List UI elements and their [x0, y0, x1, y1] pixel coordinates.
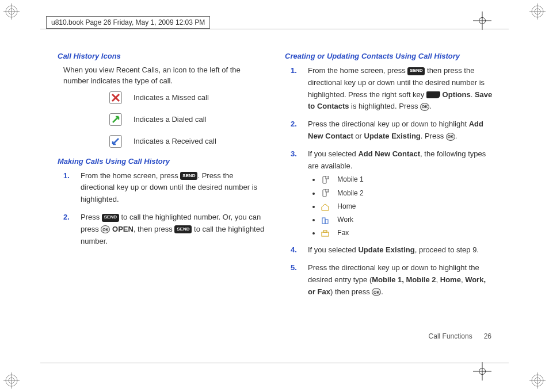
- step-text: . Press: [421, 132, 446, 140]
- mobile-1-icon: 1: [321, 176, 330, 184]
- create-contacts-step-1: From the home screen, press SEND then pr…: [291, 65, 495, 113]
- send-key-icon: SEND: [180, 172, 197, 180]
- crop-mark-top-right: [529, 3, 546, 20]
- send-key-icon: SEND: [102, 214, 119, 222]
- step-text: If you selected: [308, 245, 358, 254]
- update-existing-label: Update Existing: [364, 132, 421, 140]
- footer-page-number: 26: [484, 332, 491, 340]
- add-new-contact-label: Add New Contact: [358, 149, 420, 158]
- register-mark-bottom: [473, 362, 491, 381]
- svg-rect-25: [325, 220, 328, 224]
- open-label: OPEN: [112, 225, 134, 233]
- page-footer: Call Functions 26: [429, 332, 491, 340]
- types-bold-home: Home: [440, 275, 461, 284]
- step-text: .: [381, 287, 383, 296]
- create-contacts-step-2: Press the directional key up or down to …: [291, 118, 495, 143]
- create-contacts-step-4: If you selected Update Existing, proceed…: [291, 244, 495, 256]
- section-heading-call-history-icons: Call History Icons: [58, 52, 268, 60]
- mobile-2-icon: 2: [321, 189, 330, 197]
- type-fax: Fax: [321, 228, 495, 239]
- contact-types-list: 1 Mobile 1 2 Mobile 2 Home Work: [321, 174, 495, 239]
- crop-mark-bottom-right: [529, 372, 546, 389]
- step-text: If you selected: [308, 149, 358, 158]
- section-heading-making-calls: Making Calls Using Call History: [58, 157, 268, 166]
- dialed-call-icon: [109, 113, 122, 126]
- missed-call-label: Indicates a Missed call: [134, 93, 209, 102]
- step-text: ,: [436, 275, 440, 284]
- create-contacts-steps: From the home screen, press SEND then pr…: [291, 65, 495, 298]
- step-text: ) then press: [330, 287, 372, 296]
- send-key-icon: SEND: [174, 225, 192, 233]
- register-mark-top: [473, 11, 491, 30]
- footer-section: Call Functions: [429, 332, 472, 340]
- ok-key-icon: OK: [446, 133, 455, 141]
- step-text: From the home screen, press: [308, 66, 407, 75]
- step-text: , then press: [134, 225, 175, 233]
- crop-mark-bottom-left: [3, 372, 20, 389]
- step-text: .: [455, 132, 458, 140]
- options-label: Options: [443, 90, 471, 99]
- icon-row-received: Indicates a Received call: [109, 135, 268, 148]
- work-icon: [321, 216, 330, 224]
- create-contacts-step-3: If you selected Add New Contact, the fol…: [291, 148, 495, 239]
- send-key-icon: SEND: [407, 67, 425, 75]
- right-soft-key-icon: [426, 91, 440, 98]
- left-column: Call History Icons When you view Recent …: [58, 52, 268, 304]
- type-label: Fax: [337, 229, 349, 237]
- step-text: Press: [81, 213, 102, 221]
- ok-key-icon: OK: [372, 288, 381, 296]
- header-rule: [40, 29, 509, 29]
- create-contacts-step-5: Press the directional key up or down to …: [291, 262, 495, 298]
- type-label: Mobile 1: [337, 175, 363, 183]
- page-content: Call History Icons When you view Recent …: [58, 52, 495, 304]
- update-existing-label: Update Existing: [358, 245, 414, 254]
- footer-rule: [40, 363, 509, 363]
- step-text: is highlighted. Press: [349, 102, 421, 110]
- svg-rect-27: [323, 230, 327, 232]
- making-calls-step-1: From the home screen, press SEND. Press …: [63, 170, 268, 206]
- missed-call-icon: [109, 91, 122, 104]
- section-heading-create-update-contacts: Creating or Updating Contacts Using Call…: [285, 52, 495, 60]
- step-text: .: [471, 90, 475, 99]
- right-column: Creating or Updating Contacts Using Call…: [285, 52, 495, 304]
- step-text: , proceed to step 9.: [415, 245, 479, 254]
- crop-mark-top-left: [3, 3, 20, 20]
- icon-row-dialed: Indicates a Dialed call: [109, 113, 268, 126]
- received-call-icon: [109, 135, 122, 148]
- type-label: Home: [337, 202, 356, 210]
- ok-key-icon: OK: [101, 225, 110, 233]
- type-label: Work: [337, 216, 353, 224]
- making-calls-step-2: Press SEND to call the highlighted numbe…: [63, 212, 268, 247]
- received-call-label: Indicates a Received call: [134, 137, 216, 145]
- type-label: Mobile 2: [337, 189, 363, 197]
- type-home: Home: [321, 201, 495, 212]
- making-calls-steps: From the home screen, press SEND. Press …: [63, 170, 268, 248]
- intro-text: When you view Recent Calls, an icon to t…: [63, 65, 268, 87]
- home-icon: [321, 203, 330, 211]
- svg-rect-24: [322, 218, 325, 224]
- step-text: .: [429, 102, 432, 110]
- type-mobile-2: 2 Mobile 2: [321, 188, 495, 199]
- icon-row-missed: Indicates a Missed call: [109, 91, 268, 104]
- step-text: From the home screen, press: [81, 171, 180, 180]
- step-text: or: [353, 132, 364, 140]
- type-mobile-1: 1 Mobile 1: [321, 174, 495, 185]
- type-work: Work: [321, 214, 495, 225]
- fax-icon: [321, 229, 330, 237]
- dialed-call-label: Indicates a Dialed call: [134, 115, 206, 124]
- svg-rect-26: [322, 232, 329, 236]
- step-text: Press the directional key up or down to …: [308, 120, 469, 128]
- ok-key-icon: OK: [420, 103, 429, 111]
- page-header: u810.book Page 26 Friday, May 1, 2009 12…: [46, 16, 210, 29]
- types-bold-1: Mobile 1, Mobile 2: [372, 275, 436, 284]
